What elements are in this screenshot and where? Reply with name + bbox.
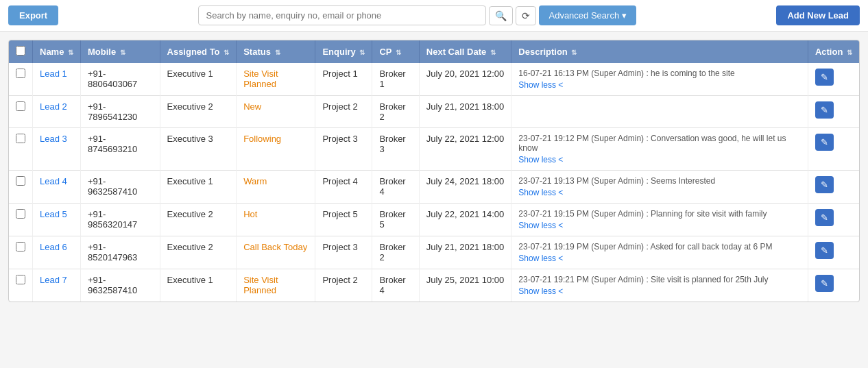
cell-action-lead6: ✎ [808, 236, 859, 269]
cell-action-lead5: ✎ [808, 204, 859, 236]
toolbar: Export 🔍 ⟳ Advanced Search ▾ Add New Lea… [0, 0, 868, 32]
leads-table: Name ⇅ Mobile ⇅ Assigned To ⇅ Status ⇅ E… [9, 40, 859, 302]
cell-status-lead6: Call Back Today [237, 236, 315, 269]
show-less-link-lead5[interactable]: Show less < [518, 221, 563, 230]
cell-enquiry-lead7: Project 2 [315, 269, 372, 302]
cell-enquiry-lead3: Project 3 [315, 128, 372, 171]
col-header-enquiry[interactable]: Enquiry ⇅ [315, 40, 372, 63]
edit-button-lead6[interactable]: ✎ [815, 242, 834, 259]
description-text-lead5: 23-07-21 19:15 PM (Super Admin) : Planni… [518, 209, 801, 219]
lead-link-lead2[interactable]: Lead 2 [40, 101, 67, 112]
cell-name-lead2: Lead 2 [33, 96, 81, 128]
edit-button-lead1[interactable]: ✎ [815, 69, 834, 86]
edit-button-lead2[interactable]: ✎ [815, 101, 834, 119]
cell-next-call-lead6: July 21, 2021 18:00 [419, 236, 511, 269]
description-text-lead6: 23-07-21 19:19 PM (Super Admin) : Asked … [518, 242, 801, 252]
cell-mobile-lead1: +91-8806403067 [81, 63, 160, 96]
col-header-action[interactable]: Action ⇅ [808, 40, 859, 63]
col-header-status[interactable]: Status ⇅ [237, 40, 315, 63]
cell-name-lead4: Lead 4 [33, 171, 81, 204]
cell-cp-lead5: Broker 5 [372, 204, 419, 236]
show-less-link-lead7[interactable]: Show less < [518, 286, 563, 296]
lead-link-lead6[interactable]: Lead 6 [40, 242, 67, 252]
checkbox-lead7[interactable] [16, 275, 25, 284]
cell-description-lead3: 23-07-21 19:12 PM (Super Admin) : Conver… [511, 128, 808, 171]
lead-link-lead4[interactable]: Lead 4 [40, 176, 67, 186]
checkbox-lead5[interactable] [16, 209, 25, 219]
row-checkbox-6 [9, 269, 33, 302]
show-less-link-lead3[interactable]: Show less < [518, 155, 563, 164]
checkbox-lead4[interactable] [16, 176, 25, 186]
edit-button-lead5[interactable]: ✎ [815, 209, 834, 226]
edit-button-lead7[interactable]: ✎ [815, 275, 834, 292]
cell-description-lead2 [511, 96, 808, 128]
edit-button-lead3[interactable]: ✎ [815, 134, 834, 151]
cell-assigned-lead7: Executive 1 [160, 269, 237, 302]
lead-link-lead5[interactable]: Lead 5 [40, 209, 67, 219]
leads-table-container: Name ⇅ Mobile ⇅ Assigned To ⇅ Status ⇅ E… [8, 40, 860, 302]
select-all-checkbox[interactable] [16, 46, 25, 56]
table-row: Lead 2+91-7896541230Executive 2NewProjec… [9, 96, 859, 128]
cell-assigned-lead1: Executive 1 [160, 63, 237, 96]
cell-description-lead4: 23-07-21 19:13 PM (Super Admin) : Seems … [511, 171, 808, 204]
table-row: Lead 6+91-8520147963Executive 2Call Back… [9, 236, 859, 269]
show-less-link-lead4[interactable]: Show less < [518, 188, 563, 197]
checkbox-lead3[interactable] [16, 134, 25, 143]
cell-description-lead5: 23-07-21 19:15 PM (Super Admin) : Planni… [511, 204, 808, 236]
cell-next-call-lead5: July 22, 2021 14:00 [419, 204, 511, 236]
cell-name-lead3: Lead 3 [33, 128, 81, 171]
lead-link-lead7[interactable]: Lead 7 [40, 275, 67, 285]
col-header-mobile[interactable]: Mobile ⇅ [81, 40, 160, 63]
checkbox-lead1[interactable] [16, 69, 25, 78]
table-row: Lead 1+91-8806403067Executive 1Site Visi… [9, 63, 859, 96]
search-area: 🔍 ⟳ Advanced Search ▾ [64, 5, 771, 25]
cell-enquiry-lead5: Project 5 [315, 204, 372, 236]
col-header-cp[interactable]: CP ⇅ [372, 40, 419, 63]
export-button[interactable]: Export [8, 5, 58, 25]
cell-description-lead1: 16-07-21 16:13 PM (Super Admin) : he is … [511, 63, 808, 96]
cell-enquiry-lead1: Project 1 [315, 63, 372, 96]
cell-assigned-lead2: Executive 2 [160, 96, 237, 128]
col-header-name[interactable]: Name ⇅ [33, 40, 81, 63]
row-checkbox-4 [9, 204, 33, 236]
checkbox-lead6[interactable] [16, 242, 25, 252]
sort-icon-mobile: ⇅ [120, 49, 125, 56]
show-less-link-lead1[interactable]: Show less < [518, 80, 563, 90]
lead-link-lead3[interactable]: Lead 3 [40, 134, 67, 144]
show-less-link-lead6[interactable]: Show less < [518, 254, 563, 263]
search-input[interactable] [198, 5, 486, 25]
lead-link-lead1[interactable]: Lead 1 [40, 69, 67, 79]
col-header-next-call-date[interactable]: Next Call Date ⇅ [419, 40, 511, 63]
cell-name-lead5: Lead 5 [33, 204, 81, 236]
checkbox-lead2[interactable] [16, 101, 25, 111]
sort-icon-name: ⇅ [68, 49, 73, 56]
search-button[interactable]: 🔍 [489, 6, 513, 25]
cell-next-call-lead3: July 22, 2021 12:00 [419, 128, 511, 171]
advanced-search-button[interactable]: Advanced Search ▾ [539, 5, 636, 25]
cell-mobile-lead4: +91-9632587410 [81, 171, 160, 204]
description-text-lead4: 23-07-21 19:13 PM (Super Admin) : Seems … [518, 176, 801, 186]
cell-mobile-lead2: +91-7896541230 [81, 96, 160, 128]
cell-next-call-lead2: July 21, 2021 18:00 [419, 96, 511, 128]
cell-action-lead1: ✎ [808, 63, 859, 96]
cell-next-call-lead1: July 20, 2021 12:00 [419, 63, 511, 96]
row-checkbox-5 [9, 236, 33, 269]
cell-next-call-lead7: July 25, 2021 10:00 [419, 269, 511, 302]
add-new-lead-button[interactable]: Add New Lead [776, 5, 860, 25]
sort-icon-description: ⇅ [571, 49, 577, 56]
cell-enquiry-lead6: Project 3 [315, 236, 372, 269]
col-header-assigned-to[interactable]: Assigned To ⇅ [160, 40, 237, 63]
cell-cp-lead1: Broker 1 [372, 63, 419, 96]
cell-enquiry-lead2: Project 2 [315, 96, 372, 128]
edit-button-lead4[interactable]: ✎ [815, 176, 834, 193]
cell-cp-lead2: Broker 2 [372, 96, 419, 128]
col-header-description[interactable]: Description ⇅ [511, 40, 808, 63]
cell-status-lead3: Following [237, 128, 315, 171]
table-row: Lead 5+91-9856320147Executive 2HotProjec… [9, 204, 859, 236]
table-body: Lead 1+91-8806403067Executive 1Site Visi… [9, 63, 859, 302]
sort-icon-cp: ⇅ [396, 49, 401, 56]
sort-icon-next-call: ⇅ [490, 49, 496, 56]
cell-cp-lead3: Broker 3 [372, 128, 419, 171]
cell-status-lead7: Site Visit Planned [237, 269, 315, 302]
refresh-button[interactable]: ⟳ [516, 6, 536, 25]
